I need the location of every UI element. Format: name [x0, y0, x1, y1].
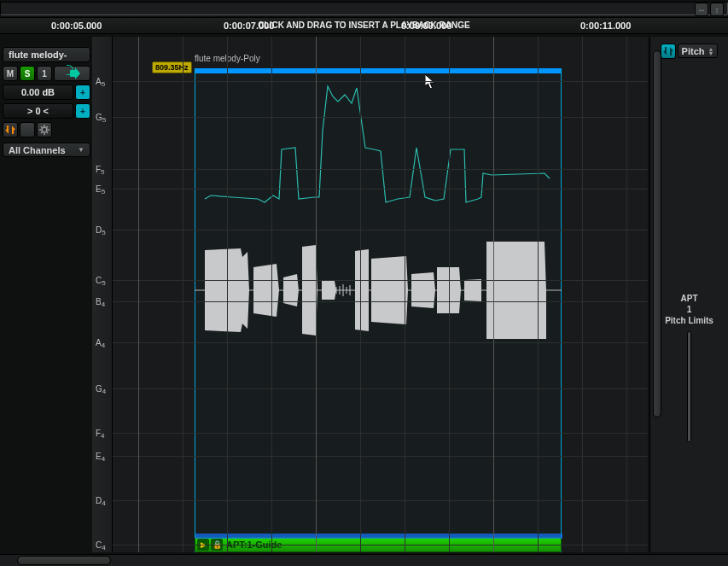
gridline [538, 37, 539, 552]
horizontal-scrollbar-track[interactable] [0, 554, 728, 566]
view-mode-dropdown[interactable]: Pitch ▲▼ [678, 44, 719, 58]
playback-range-hint: CLICK AND DRAG TO INSERT A PLAYBACK RANG… [258, 20, 469, 30]
channels-label: All Channels [9, 145, 66, 155]
gain-add-button[interactable]: + [75, 85, 90, 100]
svg-line-6 [47, 132, 48, 133]
pitch-label: D4 [96, 496, 106, 505]
mute-button[interactable]: M [3, 66, 18, 81]
gridline [449, 37, 450, 552]
voice-button[interactable]: 1 [37, 66, 52, 81]
pitch-label: C4 [96, 540, 106, 550]
gridline [113, 81, 648, 82]
gridline [113, 500, 648, 501]
pitch-label: A5 [96, 77, 105, 86]
track-name-field[interactable]: flute melody- [3, 47, 90, 62]
svg-line-8 [47, 126, 48, 127]
gridline [113, 117, 648, 118]
gridline [493, 37, 494, 552]
waveform-canvas [113, 37, 648, 552]
solo-button[interactable]: S [20, 66, 35, 81]
timeline-tick: 0:00:05.000 [51, 20, 102, 31]
gridline [113, 230, 648, 230]
svg-line-5 [41, 126, 42, 127]
pitch-label: G4 [96, 384, 106, 394]
gridline [113, 342, 648, 343]
pitch-label: E5 [96, 184, 105, 194]
pitch-label: E4 [96, 452, 105, 461]
gridline [138, 37, 139, 552]
view-mode-label: Pitch [682, 46, 705, 56]
timeline-tick: 0:00:11.000 [580, 20, 631, 31]
pitch-label: D5 [96, 225, 106, 235]
gridline [113, 280, 648, 281]
svg-line-7 [41, 132, 42, 133]
fit-vertical-icon[interactable]: ↕ [710, 3, 724, 16]
pitch-ruler[interactable]: A5G5F5E5D5C5B4A4G4F4E4D4C4B3 [92, 37, 113, 552]
process-button[interactable] [3, 122, 18, 137]
gridline [316, 37, 317, 552]
gridline [113, 169, 648, 170]
gridline [113, 189, 648, 190]
gridline [626, 37, 627, 552]
pitch-label: B4 [96, 297, 105, 306]
pitch-label: F5 [96, 165, 105, 174]
gridline [582, 37, 583, 552]
pitch-editor[interactable]: flute melody-Poly 809.35Hz ▶ 🔒 APT:1-Gui… [113, 37, 648, 552]
gridline [271, 37, 272, 552]
svg-point-0 [42, 127, 47, 132]
settings-button[interactable] [37, 122, 52, 137]
channels-dropdown[interactable]: All Channels ▼ [3, 143, 90, 157]
updown-icon: ▲▼ [708, 47, 713, 55]
vertical-scrollbar[interactable] [653, 50, 661, 417]
right-panel: Pitch ▲▼ APT 1 Pitch Limits [649, 37, 728, 552]
pitch-label: A4 [96, 338, 105, 347]
svg-rect-19 [195, 534, 562, 539]
extra-button-1[interactable] [20, 122, 35, 137]
guide-clip-mini-wave [195, 534, 562, 539]
pitch-limit-slider[interactable] [687, 331, 691, 442]
pitch-label: C5 [96, 276, 106, 285]
gridline [227, 37, 228, 552]
speaker-icon[interactable] [54, 66, 90, 81]
gridline [360, 37, 361, 552]
timeline-ruler[interactable]: 0:00:05.000 0:00:07.000 0:00:09.000 0:00… [0, 17, 728, 34]
pan-field[interactable]: > 0 < [3, 103, 73, 119]
gridline [113, 388, 648, 389]
pan-add-button[interactable]: + [75, 103, 90, 119]
horizontal-scrollbar-thumb[interactable] [17, 556, 111, 565]
gridline [405, 37, 405, 552]
gridline [113, 456, 648, 457]
gridline [113, 433, 648, 434]
gridline [113, 301, 648, 302]
gridline [183, 37, 183, 552]
pitch-label: F4 [96, 429, 105, 438]
gear-icon [39, 125, 50, 135]
apt-panel: APT 1 Pitch Limits [665, 293, 713, 442]
process-apt-button[interactable] [661, 44, 676, 59]
gridline [113, 545, 648, 546]
pitch-label: G5 [96, 113, 106, 122]
overview-scroll[interactable]: ↔ ↕ [0, 2, 728, 15]
fit-horizontal-icon[interactable]: ↔ [695, 3, 708, 16]
chevron-down-icon: ▼ [78, 146, 84, 154]
gain-field[interactable]: 0.00 dB [3, 85, 73, 100]
